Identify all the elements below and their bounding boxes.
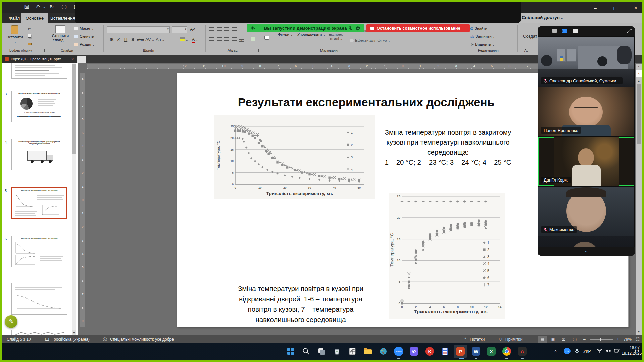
justify-icon[interactable] <box>232 37 237 41</box>
shape-effects-button[interactable]: Ефекти для фігур <box>350 38 390 42</box>
slideshow-view-button[interactable]: 🖵 <box>570 336 579 343</box>
zoom-out-button[interactable]: – <box>583 335 586 343</box>
normal-view-button[interactable]: ▤ <box>538 336 547 343</box>
thumbnail-scrollbar-thumb[interactable] <box>72 64 76 154</box>
numbered-list-icon[interactable] <box>217 27 222 31</box>
panel-minimize-icon[interactable]: — <box>542 29 547 35</box>
participant-video-2[interactable]: Павел Ярошенко <box>538 87 634 136</box>
shapes-button[interactable]: Фігури <box>278 32 293 36</box>
comments-icon[interactable]: 🗩 <box>499 335 502 343</box>
select-button[interactable]: ➤Виділити <box>470 42 495 47</box>
recycle-bin-icon[interactable] <box>330 345 344 358</box>
accessibility-icon[interactable]: ㉆ <box>103 335 107 343</box>
drawing-dialog-launcher-icon[interactable] <box>393 49 396 52</box>
reset-button[interactable]: Скинути <box>74 34 94 38</box>
font-color-button[interactable]: А <box>192 37 198 43</box>
thumbnail-scroll-down-icon[interactable]: ▼ <box>72 330 76 335</box>
cut-icon[interactable]: ✂ <box>28 26 31 31</box>
window-minimize-button[interactable]: – <box>588 3 603 13</box>
font-style-buttons[interactable]: ЖКПSabcAVAa <box>109 37 166 42</box>
bullet-list-icon[interactable] <box>209 27 214 31</box>
italic-button[interactable]: К <box>116 37 121 42</box>
spacing-button[interactable]: AV <box>145 37 154 42</box>
panel-expand-icon[interactable] <box>627 29 632 35</box>
participant-video-4[interactable]: Максименко <box>538 187 634 236</box>
thumbnail-slide-4[interactable]: Автомобілі-рефрижератори для транспортув… <box>11 139 67 170</box>
clipboard-dialog-launcher-icon[interactable] <box>42 49 45 52</box>
excel-icon[interactable]: X <box>485 345 498 358</box>
slide-sorter-view-button[interactable]: ▦ <box>548 336 558 343</box>
kompas-document-icon[interactable] <box>346 345 359 358</box>
document-tab-stub[interactable] <box>77 56 86 63</box>
arrange-button[interactable]: Упорядкувати <box>297 32 326 36</box>
underline-button[interactable]: П <box>123 37 129 42</box>
slide-counter[interactable]: Слайд 5 з 10 <box>7 335 31 343</box>
create-pdf-button[interactable]: Создат <box>523 34 537 39</box>
font-size-combobox[interactable] <box>172 26 187 33</box>
fit-to-window-icon[interactable]: ⛶ <box>636 335 639 343</box>
slide-title[interactable]: Результати експериментальних досліджень <box>215 96 517 109</box>
replace-button[interactable]: abЗамінити <box>470 34 495 38</box>
reading-view-button[interactable]: 🕮 <box>559 336 568 343</box>
notes-icon[interactable]: ≜ <box>464 335 467 343</box>
powerpoint-taskbar-icon[interactable]: P <box>454 345 467 358</box>
zoom-slider[interactable] <box>590 339 613 340</box>
undo-dropdown-icon[interactable]: ⌄ <box>43 5 46 9</box>
increase-font-icon[interactable]: A˄ <box>190 27 195 32</box>
case-button[interactable]: Aa <box>156 37 164 42</box>
tab-home[interactable]: Основне <box>21 13 48 23</box>
collapse-ribbon-icon[interactable]: ˄ <box>636 65 642 68</box>
window-close-button[interactable]: ✕ <box>628 3 643 13</box>
word-icon[interactable]: W <box>469 345 483 358</box>
security-shield-icon[interactable] <box>356 26 360 31</box>
vertical-ruler[interactable]: 9876543210123456789 <box>80 73 85 327</box>
shape-square-chip[interactable] <box>264 36 269 40</box>
viber-icon[interactable]: ✆ <box>407 345 421 358</box>
task-view-icon[interactable] <box>315 345 328 358</box>
ink-pen-button[interactable]: ✎ <box>5 315 17 328</box>
window-maximize-button[interactable]: ▢ <box>608 3 623 13</box>
zoom-in-button[interactable]: + <box>617 335 619 343</box>
chrome-icon[interactable] <box>500 345 513 358</box>
paragraph-dialog-launcher-icon[interactable] <box>256 49 259 52</box>
slide-text-bottom[interactable]: Зміна температури повітря в кузові при в… <box>229 283 372 325</box>
zoom-app-icon[interactable]: zoom <box>392 345 405 358</box>
font-name-combobox[interactable] <box>107 26 170 33</box>
zoom-percentage[interactable]: 79% <box>624 335 632 343</box>
close-pane-icon[interactable]: ✕ <box>636 70 642 77</box>
columns-icon[interactable] <box>239 38 244 42</box>
quick-styles-button[interactable]: Експрес-стилі <box>327 32 346 41</box>
document-tab[interactable]: Корж Д.С. Презентація .pptx × <box>2 55 77 63</box>
keyboard-language[interactable]: УКР <box>583 349 591 354</box>
paste-button[interactable]: Вставити <box>5 25 24 44</box>
kompas-icon[interactable]: К <box>423 345 436 358</box>
undo-icon[interactable]: ↶ <box>36 4 40 10</box>
thumbnail-slide-8-partial[interactable] <box>11 330 67 335</box>
participant-video-1[interactable]: Олександр Савойський, Сумськи... <box>538 37 634 87</box>
paint-icon[interactable] <box>377 345 390 358</box>
save-icon[interactable]: 🖫 <box>24 4 29 10</box>
stop-share-banner[interactable]: Остановить совместное использование <box>366 24 470 32</box>
language-indicator[interactable]: російська (Україна) <box>54 335 90 343</box>
slideshow-icon[interactable]: 🖵 <box>62 4 66 10</box>
accessibility-status[interactable]: Спеціальні можливості: усе добре <box>110 335 174 343</box>
thumbnail-slide-3[interactable]: Імпорт в Україну морської риби та морепр… <box>11 91 67 122</box>
scroll-down-icon[interactable]: ▼ <box>636 330 642 333</box>
section-button[interactable]: Розділ <box>74 42 95 46</box>
scrollbar-thumb[interactable] <box>637 84 641 144</box>
notification-bell-icon[interactable]: z <box>634 348 640 355</box>
redo-icon[interactable]: ↻ <box>50 4 54 10</box>
thumbnail-slide-6[interactable]: Результати експериментальних досліджень <box>11 236 67 267</box>
indent-increase-icon[interactable] <box>232 27 237 31</box>
participant-video-3[interactable]: Даніїл Корж <box>538 137 634 186</box>
tray-hidden-icons-chevron[interactable]: ˄ <box>554 349 557 354</box>
spellcheck-icon[interactable]: 🕮 <box>45 335 49 343</box>
font-dialog-launcher-icon[interactable] <box>200 49 203 52</box>
new-slide-button[interactable]: Створити слайд <box>50 25 71 43</box>
scroll-up-icon[interactable]: ▲ <box>636 79 642 83</box>
indent-decrease-icon[interactable] <box>224 27 229 31</box>
start-button[interactable] <box>284 345 297 358</box>
thumbnail-slide-7-partial[interactable] <box>11 283 67 315</box>
align-text-button[interactable] <box>251 37 259 42</box>
align-right-icon[interactable] <box>224 37 229 41</box>
